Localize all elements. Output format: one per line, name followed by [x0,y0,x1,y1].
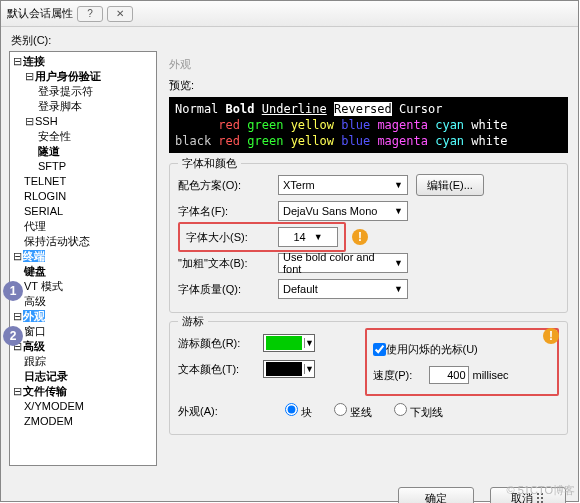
tree-window[interactable]: 窗口 [24,325,46,337]
fontname-select[interactable]: DejaVu Sans Mono▼ [278,201,408,221]
tree-advanced[interactable]: 高级 [23,340,45,352]
edit-button[interactable]: 编辑(E)... [416,174,484,196]
tree-keyboard[interactable]: 键盘 [24,265,46,277]
fontcolor-group-label: 字体和颜色 [178,156,241,171]
collapse-icon[interactable]: ⊟ [24,69,35,84]
tree-tunnel[interactable]: 隧道 [38,145,60,157]
cursor-color-label: 游标颜色(R): [178,336,263,351]
category-label: 类别(C): [1,27,578,51]
tree-prompt[interactable]: 登录提示符 [38,85,93,97]
chevron-down-icon: ▼ [304,338,314,348]
tree-ssh[interactable]: SSH [35,115,58,127]
radio-vert[interactable]: 竖线 [334,403,372,420]
fontsize-label: 字体大小(S): [186,230,278,245]
tree-z[interactable]: ZMODEM [24,415,73,427]
speed-label: 速度(P): [373,368,429,383]
tree-appearance[interactable]: 外观 [23,310,45,322]
tree-xy[interactable]: X/YMODEM [24,400,84,412]
tree-sftp[interactable]: SFTP [38,160,66,172]
tree-serial[interactable]: SERIAL [24,205,63,217]
callout-2: 2 [3,326,23,346]
tree-adv[interactable]: 高级 [24,295,46,307]
speed-input[interactable] [429,366,469,384]
fontsize-select[interactable]: 14▼ [278,227,338,247]
chevron-down-icon: ▼ [314,232,323,242]
panel-title: 外观 [169,55,568,78]
category-tree[interactable]: ⊟连接 ⊟用户身份验证 登录提示符 登录脚本 ⊟SSH 安全性 隧道 SFTP … [9,51,157,466]
fontname-label: 字体名(F): [178,204,278,219]
tree-keepalive[interactable]: 保持活动状态 [24,235,90,247]
tree-transfer[interactable]: 文件传输 [23,385,67,397]
tree-script[interactable]: 登录脚本 [38,100,82,112]
bold-label: "加粗"文本(B): [178,256,278,271]
tree-rlogin[interactable]: RLOGIN [24,190,66,202]
close-icon: ✕ [116,8,124,19]
close-button[interactable]: ✕ [107,6,133,22]
chevron-down-icon: ▼ [304,364,314,374]
bold-select[interactable]: Use bold color and font▼ [278,253,408,273]
ok-button[interactable]: 确定 [398,487,474,503]
chevron-down-icon: ▼ [394,206,403,216]
watermark: © 51CTO博客 [507,483,575,498]
tree-vt[interactable]: VT 模式 [24,280,63,292]
help-button[interactable]: ? [77,6,103,22]
text-color-label: 文本颜色(T): [178,362,263,377]
scheme-label: 配色方案(O): [178,178,278,193]
cursor-group-label: 游标 [178,314,208,329]
tree-proxy[interactable]: 代理 [24,220,46,232]
collapse-icon[interactable]: ⊟ [12,309,23,324]
tree-connection[interactable]: 连接 [23,55,45,67]
quality-select[interactable]: Default▼ [278,279,408,299]
cursor-color-picker[interactable]: ▼ [263,334,315,352]
blink-label: 使用闪烁的光标(U) [386,342,478,357]
title-bar: 默认会话属性 ? ✕ [1,1,578,27]
title-text: 默认会话属性 [7,6,73,21]
collapse-icon[interactable]: ⊟ [12,384,23,399]
appearance-label: 外观(A): [178,404,263,419]
tree-security[interactable]: 安全性 [38,130,71,142]
terminal-preview: Normal Bold Underline Reversed Cursor re… [169,97,568,153]
warning-icon: ! [352,229,368,245]
tree-terminal[interactable]: 终端 [23,250,45,262]
blink-checkbox[interactable] [373,343,386,356]
preview-label: 预览: [169,78,568,93]
text-color-picker[interactable]: ▼ [263,360,315,378]
chevron-down-icon: ▼ [394,258,403,268]
collapse-icon[interactable]: ⊟ [12,249,23,264]
scheme-select[interactable]: XTerm▼ [278,175,408,195]
radio-under[interactable]: 下划线 [394,403,443,420]
collapse-icon[interactable]: ⊟ [12,54,23,69]
tree-log[interactable]: 日志记录 [24,370,68,382]
speed-unit: millisec [473,369,509,381]
chevron-down-icon: ▼ [394,180,403,190]
tree-trace[interactable]: 跟踪 [24,355,46,367]
radio-block[interactable]: 块 [285,403,312,420]
chevron-down-icon: ▼ [394,284,403,294]
callout-1: 1 [3,281,23,301]
collapse-icon[interactable]: ⊟ [24,114,35,129]
quality-label: 字体质量(Q): [178,282,278,297]
tree-auth[interactable]: 用户身份验证 [35,70,101,82]
tree-telnet[interactable]: TELNET [24,175,66,187]
warning-icon: ! [543,328,559,344]
